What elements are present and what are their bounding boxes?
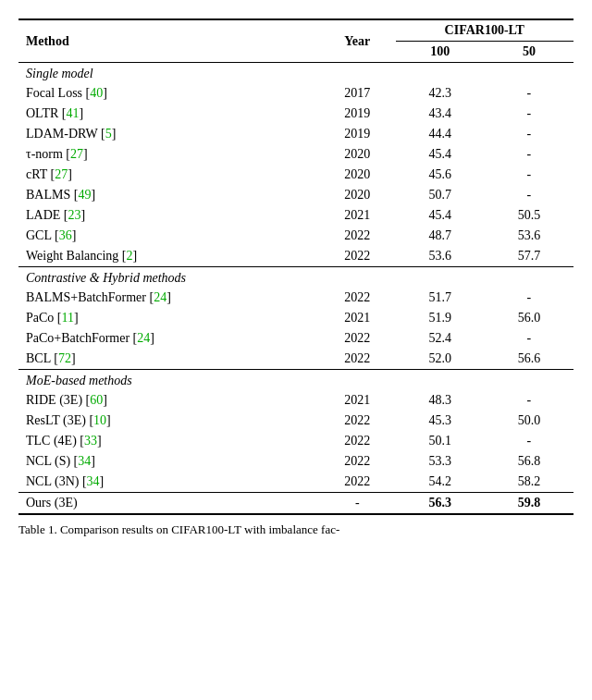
cifar-header: CIFAR100-LT [396,19,574,42]
table-row: TLC (4E) [33]202250.1- [18,431,574,451]
ref-number: 24 [154,290,166,304]
c50-cell: 56.8 [485,451,574,472]
year-cell: 2020 [319,185,396,205]
method-cell: NCL (S) [34] [18,451,319,472]
table-row: GCL [36]202248.753.6 [18,226,574,246]
year-cell: 2022 [319,246,396,267]
table-container: Method Year CIFAR100-LT 100 50 Single mo… [18,18,574,537]
table-row: LADE [23]202145.450.5 [18,205,574,226]
ref-number: 11 [62,311,74,325]
ref-number: 34 [87,474,100,488]
method-cell: cRT [27] [18,165,319,185]
table-row: cRT [27]202045.6- [18,165,574,185]
table-row: ResLT (3E) [10]202245.350.0 [18,411,574,431]
table-row: τ-norm [27]202045.4- [18,144,574,165]
year-cell: 2022 [319,349,396,370]
section-header-row: Contrastive & Hybrid methods [18,267,574,289]
ref-number: 27 [55,167,68,181]
method-cell: OLTR [41] [18,104,319,124]
ref-number: 10 [93,413,106,427]
ref-number: 2 [127,249,133,263]
method-cell: τ-norm [27] [18,144,319,165]
ref-number: 23 [68,208,81,222]
c100-cell: 52.4 [396,328,485,349]
c100-cell: 42.3 [396,83,485,104]
final-row: Ours (3E)-56.359.8 [18,493,574,515]
year-cell: 2019 [319,124,396,144]
final-c100-cell: 56.3 [396,493,485,515]
method-cell: LADE [23] [18,205,319,226]
table-row: RIDE (3E) [60]202148.3- [18,390,574,411]
c100-cell: 51.9 [396,308,485,328]
method-cell: Focal Loss [40] [18,83,319,104]
c50-cell: - [485,328,574,349]
table-row: BCL [72]202252.056.6 [18,349,574,370]
header-row-top: Method Year CIFAR100-LT [18,19,574,42]
ref-number: 40 [90,86,103,100]
year-cell: 2022 [319,328,396,349]
c100-cell: 43.4 [396,104,485,124]
year-cell: 2022 [319,472,396,493]
c100-cell: 45.4 [396,144,485,165]
year-cell: 2020 [319,144,396,165]
method-cell: LDAM-DRW [5] [18,124,319,144]
year-cell: 2022 [319,451,396,472]
year-cell: 2021 [319,390,396,411]
method-cell: GCL [36] [18,226,319,246]
c100-cell: 48.3 [396,390,485,411]
year-header: Year [319,19,396,63]
year-cell: 2022 [319,226,396,246]
table-row: LDAM-DRW [5]201944.4- [18,124,574,144]
year-cell: 2022 [319,411,396,431]
method-cell: TLC (4E) [33] [18,431,319,451]
year-cell: 2020 [319,165,396,185]
c50-cell: 57.7 [485,246,574,267]
c100-cell: 53.6 [396,246,485,267]
final-c50-cell: 59.8 [485,493,574,515]
method-cell: NCL (3N) [34] [18,472,319,493]
c100-cell: 54.2 [396,472,485,493]
ref-number: 60 [90,393,103,407]
c50-cell: - [485,124,574,144]
method-cell: RIDE (3E) [60] [18,390,319,411]
col100-header: 100 [396,42,485,63]
method-cell: ResLT (3E) [10] [18,411,319,431]
ref-number: 33 [84,434,97,448]
c100-cell: 53.3 [396,451,485,472]
c50-cell: 53.6 [485,226,574,246]
c50-cell: - [485,431,574,451]
year-cell: 2017 [319,83,396,104]
table-row: PaCo+BatchFormer [24]202252.4- [18,328,574,349]
table-row: BALMS+BatchFormer [24]202251.7- [18,288,574,308]
table-row: OLTR [41]201943.4- [18,104,574,124]
table-caption: Table 1. Comparison results on CIFAR100-… [18,522,574,537]
year-cell: 2022 [319,431,396,451]
c100-cell: 45.4 [396,205,485,226]
table-row: NCL (3N) [34]202254.258.2 [18,472,574,493]
year-cell: 2022 [319,288,396,308]
c50-cell: - [485,165,574,185]
method-cell: BALMS [49] [18,185,319,205]
c100-cell: 50.7 [396,185,485,205]
table-row: BALMS [49]202050.7- [18,185,574,205]
table-body: Single modelFocal Loss [40]201742.3-OLTR… [18,63,574,515]
c50-cell: - [485,185,574,205]
ref-number: 49 [78,188,91,202]
ref-number: 24 [137,331,150,345]
c50-cell: 56.6 [485,349,574,370]
final-method-cell: Ours (3E) [18,493,319,515]
table-row: Focal Loss [40]201742.3- [18,83,574,104]
c50-cell: 58.2 [485,472,574,493]
method-cell: Weight Balancing [2] [18,246,319,267]
ref-number: 41 [66,106,79,120]
year-cell: 2021 [319,308,396,328]
method-cell: BCL [72] [18,349,319,370]
ref-number: 34 [78,454,91,468]
c50-cell: - [485,288,574,308]
method-cell: PaCo+BatchFormer [24] [18,328,319,349]
ref-number: 72 [58,351,71,365]
table-row: Weight Balancing [2]202253.657.7 [18,246,574,267]
section-header-row: Single model [18,63,574,84]
c50-cell: - [485,390,574,411]
c100-cell: 50.1 [396,431,485,451]
